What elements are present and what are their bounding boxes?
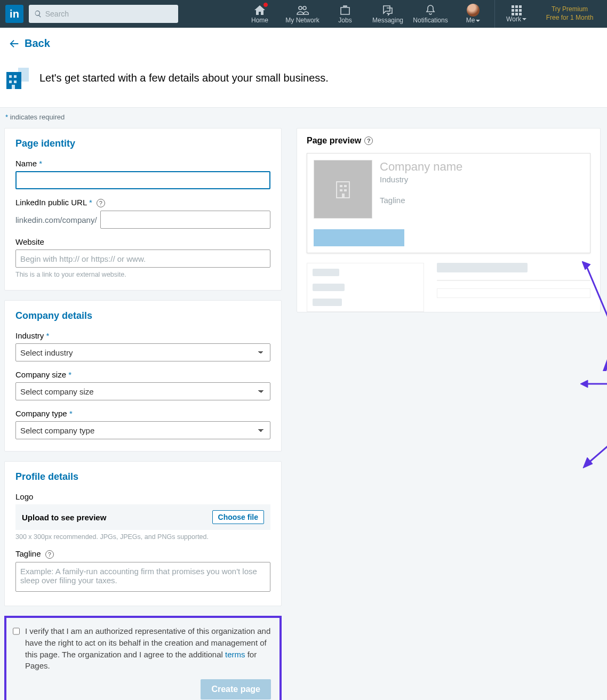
premium-link[interactable]: Try Premium Free for 1 Month [538,0,602,28]
svg-rect-9 [344,185,347,187]
tagline-label: Tagline ? [15,549,270,559]
svg-line-13 [586,265,607,344]
industry-select[interactable]: Select industry [15,343,270,361]
page-header: Let's get started with a few details abo… [0,59,607,108]
nav-notifications[interactable]: Notifications [409,0,452,28]
industry-label: Industry * [15,331,270,340]
choose-file-button[interactable]: Choose file [212,510,264,524]
verify-text: I verify that I am an authorized represe… [25,625,271,672]
company-details-card: Company details Industry * Select indust… [4,300,282,452]
verify-card: I verify that I am an authorized represe… [4,616,282,700]
help-icon[interactable]: ? [45,550,54,559]
size-select[interactable]: Select company size [15,382,270,400]
svg-rect-3 [14,75,17,78]
notification-badge [263,2,268,7]
search-input[interactable] [45,10,173,18]
arrow-left-icon [9,38,20,50]
svg-rect-8 [340,185,342,187]
svg-rect-4 [9,81,12,83]
website-hint: This is a link to your external website. [15,271,270,278]
chevron-down-icon [476,20,480,22]
preview-title: Page preview [307,136,361,146]
briefcase-icon [339,4,352,17]
avatar [467,4,480,17]
nav-jobs[interactable]: Jobs [324,0,366,28]
preview-industry: Industry [380,175,462,184]
linkedin-logo[interactable]: in [5,5,23,23]
nav-home[interactable]: Home [238,0,281,28]
svg-rect-5 [14,81,17,83]
nav-network[interactable]: My Network [281,0,324,28]
header-text: Let's get started with a few details abo… [39,72,329,84]
type-select[interactable]: Select company type [15,421,270,439]
back-button[interactable]: Back [9,37,598,50]
url-input[interactable] [100,211,270,229]
verify-checkbox[interactable] [13,626,20,636]
svg-marker-16 [580,380,588,388]
upload-row: Upload to see preview Choose file [15,504,270,530]
url-label: LinkedIn public URL * ? [15,198,270,207]
url-prefix: linkedin.com/company/ [15,215,97,224]
search-bar[interactable] [29,5,178,23]
name-input[interactable] [15,171,270,189]
preview-company-name: Company name [380,160,462,174]
upload-text: Upload to see preview [22,513,106,522]
bell-icon [424,4,437,17]
profile-details-card: Profile details Logo Upload to see previ… [4,461,282,606]
type-label: Company type * [15,409,270,418]
nav-me[interactable]: Me [452,0,494,28]
svg-line-17 [587,429,607,464]
search-icon [34,10,42,18]
preview-skeleton [307,263,590,312]
name-label: Name * [15,159,270,168]
svg-rect-2 [9,75,12,78]
svg-marker-18 [583,457,593,468]
svg-marker-14 [582,261,590,270]
section-title: Page identity [15,138,270,149]
nav-messaging[interactable]: Messaging [366,0,409,28]
annotation-arrow-icon [582,261,607,347]
svg-rect-6 [12,85,15,89]
section-title: Profile details [15,471,270,482]
logo-placeholder [314,160,372,219]
annotation-arrow-icon [582,427,607,469]
nav-work[interactable]: Work [495,0,538,28]
page-identity-card: Page identity Name * LinkedIn public URL… [4,128,282,291]
required-note: * indicates required [5,113,65,121]
svg-rect-10 [340,189,342,191]
logo-hint: 300 x 300px recommended. JPGs, JPEGs, an… [15,533,270,541]
website-label: Website [15,237,270,246]
top-nav: in Home My Network Jobs Messaging Notifi… [0,0,607,28]
help-icon[interactable]: ? [97,199,105,207]
website-input[interactable] [15,250,270,268]
preview-tagline: Tagline [380,196,462,205]
apps-icon [512,5,522,15]
terms-link[interactable]: terms [225,650,245,659]
size-label: Company size * [15,370,270,379]
annotation-arrow-icon [580,379,607,389]
preview-button-placeholder [314,229,404,246]
tagline-input[interactable] [15,562,270,592]
page-preview-card: Page preview ? Company name Industry Tag… [297,128,601,312]
building-icon [4,65,31,91]
help-icon[interactable]: ? [364,136,373,145]
svg-rect-11 [344,189,347,191]
network-icon [296,4,309,17]
messaging-icon [381,4,394,17]
chevron-down-icon [522,18,526,20]
logo-label: Logo [15,492,270,501]
create-page-button[interactable]: Create page [201,679,271,699]
svg-rect-12 [342,194,345,198]
section-title: Company details [15,310,270,321]
